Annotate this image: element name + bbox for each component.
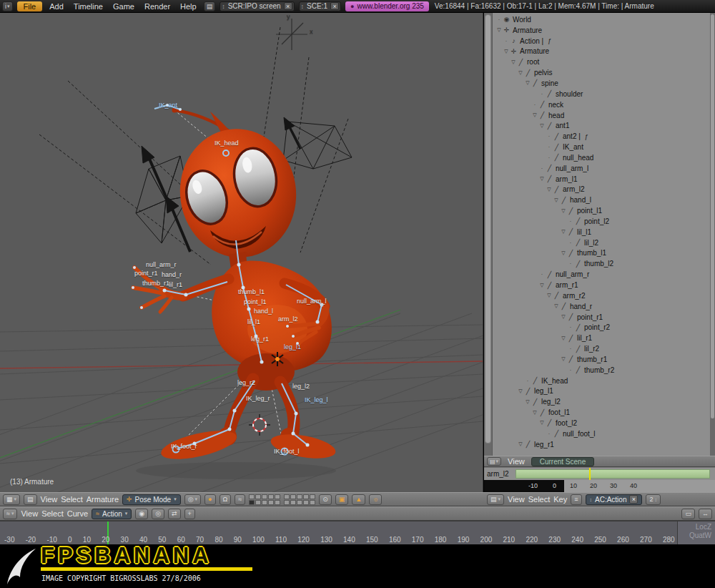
- armature-menu[interactable]: Armature: [87, 495, 119, 504]
- layer-toggle[interactable]: [303, 500, 309, 505]
- editor-type-button[interactable]: ▦▾: [3, 494, 20, 505]
- layer-toggle[interactable]: [249, 494, 255, 499]
- expander-icon[interactable]: [538, 272, 546, 277]
- expander-icon[interactable]: [560, 314, 567, 320]
- key-menu[interactable]: Key: [553, 495, 567, 504]
- layer-toggle[interactable]: [284, 500, 290, 505]
- scrollbar-thumb[interactable]: [485, 14, 491, 444]
- expander-icon[interactable]: [510, 59, 517, 65]
- expander-icon[interactable]: [567, 219, 574, 224]
- layer-toggle[interactable]: [275, 494, 280, 499]
- expander-icon[interactable]: [560, 208, 567, 214]
- expander-icon[interactable]: [531, 410, 538, 416]
- zoom-border-button[interactable]: ▭: [681, 509, 695, 519]
- layer-toggle[interactable]: [255, 494, 261, 499]
- outliner-item[interactable]: ╱ thumb_l2: [493, 258, 710, 269]
- expander-icon[interactable]: [553, 197, 560, 203]
- timeline-editor[interactable]: -30-20-100102030405060708090100110120130…: [0, 521, 715, 544]
- expander-icon[interactable]: [524, 80, 531, 86]
- pivot-dropdown[interactable]: ●: [204, 494, 215, 505]
- view-menu[interactable]: View: [508, 495, 525, 504]
- select-menu[interactable]: Select: [61, 495, 83, 504]
- outliner-item[interactable]: ╱ arm_r1: [493, 280, 710, 290]
- unlink-action-button[interactable]: ×: [629, 495, 638, 504]
- expander-icon[interactable]: [538, 123, 546, 129]
- layer-toggle[interactable]: [268, 500, 274, 505]
- browse-actions-icon[interactable]: ↕: [590, 497, 593, 502]
- outliner-item[interactable]: ╱ foot_l2: [493, 418, 710, 428]
- expander-icon[interactable]: [538, 92, 546, 97]
- outliner-item[interactable]: ╱ foot_l1: [493, 407, 710, 418]
- action-keyframe-band[interactable]: [516, 469, 710, 479]
- outliner-item[interactable]: ╱ lil_l2: [493, 237, 710, 248]
- ipo-channel-label[interactable]: QuatW: [689, 531, 711, 539]
- action-users-button[interactable]: 2↕: [646, 494, 661, 505]
- menu-file[interactable]: File: [17, 1, 43, 11]
- expander-icon[interactable]: [531, 112, 538, 118]
- outliner-item[interactable]: ╱ lil_l1: [493, 227, 710, 237]
- outliner-scene-dropdown[interactable]: Current Scene: [531, 457, 594, 466]
- expander-icon[interactable]: [567, 240, 574, 245]
- outliner-item[interactable]: ╱ leg_r1: [493, 439, 710, 450]
- expander-icon[interactable]: [538, 166, 546, 171]
- editor-type-button[interactable]: ≈▾: [3, 509, 17, 519]
- expander-icon[interactable]: [567, 346, 574, 351]
- outliner-item[interactable]: ╱ point_r1: [493, 312, 710, 323]
- expander-icon[interactable]: [560, 229, 567, 235]
- scrollbar-thumb[interactable]: [711, 14, 714, 418]
- expander-icon[interactable]: [503, 49, 510, 54]
- action-channel-strip[interactable]: arm_l2: [484, 467, 715, 480]
- layer-toggle[interactable]: [297, 494, 302, 499]
- layer-toggle[interactable]: [303, 494, 309, 499]
- outliner-item[interactable]: ╱ thumb_r1: [493, 354, 710, 365]
- menu-add[interactable]: Add: [46, 2, 66, 11]
- add-button[interactable]: +: [184, 509, 195, 519]
- layer-toggle[interactable]: [290, 500, 296, 505]
- outliner-item[interactable]: ✛ Armature: [493, 25, 710, 36]
- select-menu[interactable]: Select: [41, 509, 64, 518]
- expander-icon[interactable]: [553, 303, 560, 309]
- menu-timeline[interactable]: Timeline: [71, 2, 106, 11]
- outliner-item[interactable]: ╱ arm_r2: [493, 290, 710, 301]
- expander-icon[interactable]: [524, 399, 531, 405]
- layer-toggle[interactable]: [290, 494, 296, 499]
- delete-screen-button[interactable]: ×: [284, 2, 292, 10]
- expander-icon[interactable]: [546, 144, 553, 150]
- screen-datablock-field[interactable]: ↕ SCR:IPO screen ×: [220, 1, 294, 11]
- select-menu[interactable]: Select: [528, 495, 551, 504]
- expander-icon[interactable]: [546, 187, 553, 192]
- outliner-item[interactable]: ╱ hand_l: [493, 195, 710, 205]
- browse-screens-icon[interactable]: ↕: [222, 3, 225, 10]
- panels-button[interactable]: ▤: [24, 494, 37, 505]
- outliner-item[interactable]: ╱ leg_l1: [493, 386, 710, 397]
- outliner-item[interactable]: ╱ leg_l2: [493, 396, 710, 407]
- menu-help[interactable]: Help: [177, 2, 199, 11]
- outliner-item[interactable]: ╱ spine: [493, 78, 710, 89]
- outliner-item[interactable]: ◉ World: [493, 14, 710, 25]
- outliner-item[interactable]: ╱ pelvis: [493, 67, 710, 78]
- action-channel-name[interactable]: arm_l2: [487, 470, 509, 478]
- outliner-item[interactable]: ╱ point_l2: [493, 216, 710, 227]
- layer-toggle[interactable]: [262, 494, 267, 499]
- layer-toggle[interactable]: [297, 500, 302, 505]
- expander-icon[interactable]: [538, 176, 546, 182]
- outliner-item[interactable]: ╱ thumb_l1: [493, 248, 710, 259]
- outliner-item[interactable]: ╱ thumb_r2: [493, 365, 710, 376]
- expander-icon[interactable]: [503, 39, 510, 44]
- expander-icon[interactable]: [567, 261, 574, 266]
- render-preview-button[interactable]: ▣: [335, 494, 349, 505]
- outliner-item[interactable]: ╱ shoulder: [493, 89, 710, 99]
- outliner-item[interactable]: ✛ Armature: [493, 46, 710, 57]
- copy-pose-button[interactable]: ▲: [352, 494, 365, 505]
- proportional-edit-toggle[interactable]: ≈: [235, 494, 245, 505]
- layer-toggle[interactable]: [284, 494, 290, 499]
- outliner-item[interactable]: ╱ null_head: [493, 152, 710, 163]
- expander-icon[interactable]: [517, 70, 524, 76]
- editor-type-button[interactable]: i▾: [2, 1, 13, 11]
- outliner-item[interactable]: ╱ null_foot_l: [493, 428, 710, 439]
- outliner-item[interactable]: ╱ point_r2: [493, 322, 710, 333]
- layer-toggle[interactable]: [268, 494, 274, 499]
- curve-menu[interactable]: Curve: [67, 509, 88, 518]
- outliner-item[interactable]: ╱ hand_r: [493, 301, 710, 312]
- layer-toggle[interactable]: [255, 500, 261, 505]
